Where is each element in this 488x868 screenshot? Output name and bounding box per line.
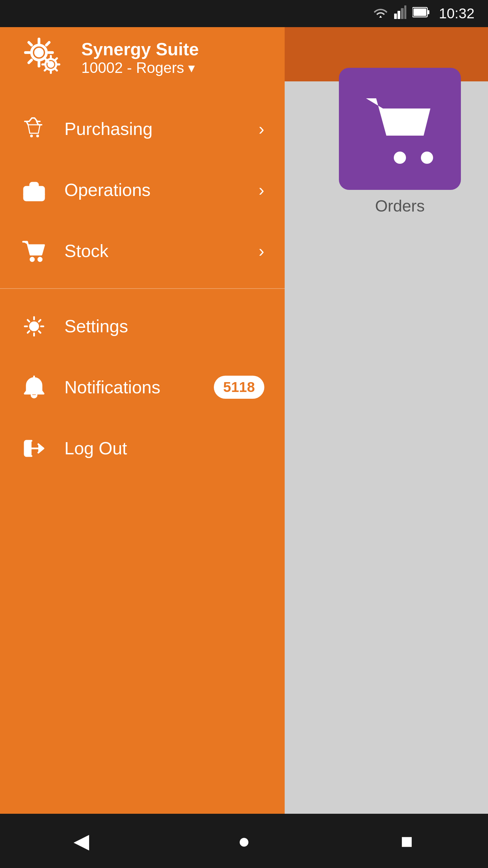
svg-point-14: [36, 135, 39, 137]
signal-icon: [394, 5, 406, 22]
status-bar: 10:32: [0, 0, 488, 27]
drawer: Synergy Suite 10002 - Rogers ▾ Purchasin…: [0, 0, 285, 868]
notifications-label: Notifications: [64, 377, 214, 397]
home-button[interactable]: ●: [227, 824, 261, 858]
svg-rect-0: [394, 14, 397, 19]
sidebar-item-purchasing[interactable]: Purchasing ›: [0, 98, 285, 159]
bottom-nav: ◀ ● ■: [0, 814, 488, 868]
purchasing-chevron-icon: ›: [259, 119, 264, 139]
svg-point-19: [30, 258, 34, 261]
stock-chevron-icon: ›: [259, 241, 264, 261]
sidebar-item-settings[interactable]: Settings: [0, 296, 285, 357]
orders-card: Orders: [339, 68, 461, 215]
svg-point-9: [34, 48, 44, 57]
briefcase-icon: [20, 176, 47, 203]
sidebar-item-operations[interactable]: Operations ›: [0, 159, 285, 220]
cart-icon: [20, 237, 47, 264]
wifi-icon: [373, 6, 388, 21]
purchasing-label: Purchasing: [64, 119, 259, 139]
settings-section: Settings Notifications 5118: [0, 289, 285, 479]
location-chevron-icon: ▾: [188, 60, 195, 76]
svg-rect-2: [401, 8, 404, 19]
svg-point-7: [394, 152, 406, 164]
svg-rect-5: [427, 10, 429, 14]
settings-label: Settings: [64, 316, 264, 336]
app-title: Synergy Suite 10002 - Rogers ▾: [81, 39, 199, 76]
recents-button[interactable]: ■: [390, 824, 424, 858]
svg-rect-3: [404, 5, 406, 19]
svg-point-20: [38, 258, 42, 261]
location-text: 10002 - Rogers: [81, 59, 184, 76]
status-time: 10:32: [439, 5, 474, 22]
status-icons: 10:32: [373, 5, 474, 22]
svg-point-13: [30, 135, 33, 137]
svg-point-11: [47, 61, 54, 68]
app-logo-icon: [20, 34, 68, 81]
sidebar-item-logout[interactable]: Log Out: [0, 418, 285, 479]
app-name: Synergy Suite: [81, 39, 199, 59]
sidebar-item-notifications[interactable]: Notifications 5118: [0, 357, 285, 418]
app-location[interactable]: 10002 - Rogers ▾: [81, 59, 199, 76]
back-button[interactable]: ◀: [64, 824, 98, 858]
basket-icon: [20, 115, 47, 142]
logout-icon: [20, 435, 47, 462]
nav-section: Purchasing › Operations ›: [0, 98, 285, 289]
battery-icon: [412, 6, 429, 21]
bell-icon: [20, 374, 47, 401]
operations-label: Operations: [64, 180, 259, 200]
svg-point-21: [30, 322, 38, 330]
orders-label: Orders: [339, 197, 461, 215]
svg-rect-1: [398, 11, 400, 19]
sidebar-item-stock[interactable]: Stock ›: [0, 220, 285, 281]
svg-rect-6: [413, 8, 426, 16]
gear-icon: [20, 313, 47, 340]
operations-chevron-icon: ›: [259, 180, 264, 200]
stock-label: Stock: [64, 241, 259, 261]
svg-point-8: [421, 152, 433, 164]
logout-label: Log Out: [64, 438, 264, 458]
notifications-badge: 5118: [214, 376, 264, 399]
orders-card-icon: [339, 68, 461, 190]
